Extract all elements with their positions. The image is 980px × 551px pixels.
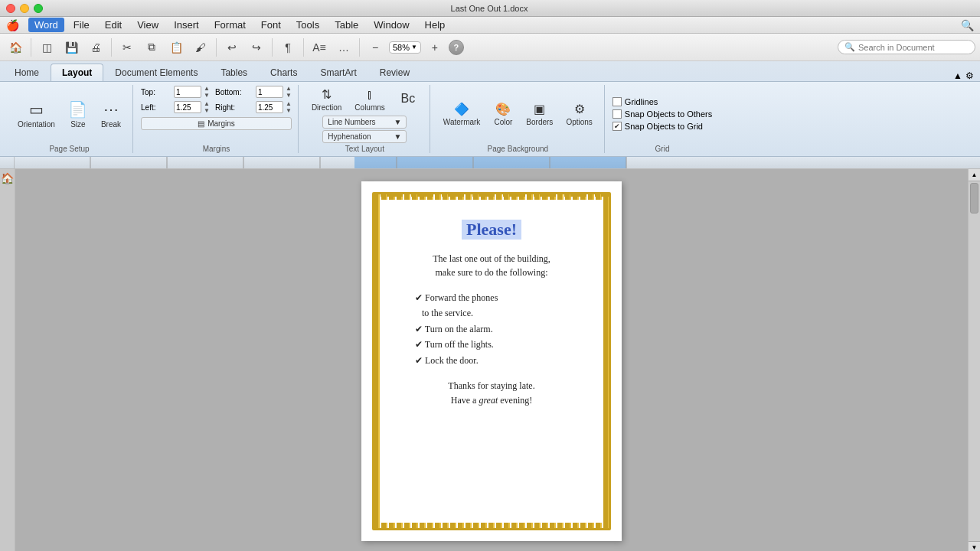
close-button[interactable] xyxy=(6,4,15,13)
grid-checkboxes: Gridlines Snap Objects to Others ✔ Snap … xyxy=(612,97,712,131)
document-area[interactable]: Please! The last one out of the building… xyxy=(15,169,968,551)
search-box[interactable]: 🔍 xyxy=(838,40,975,54)
zoom-control[interactable]: 58% ▼ xyxy=(389,41,421,54)
menu-table[interactable]: Table xyxy=(328,18,364,32)
top-spin-up[interactable]: ▲ xyxy=(204,85,210,92)
top-spin-down[interactable]: ▼ xyxy=(204,92,210,99)
margins-button[interactable]: ▤ Margins xyxy=(141,117,292,130)
watermark-button[interactable]: 🔷 Watermark xyxy=(438,99,486,129)
right-spin[interactable]: ▲ ▼ xyxy=(286,100,292,114)
tab-charts[interactable]: Charts xyxy=(259,64,309,81)
break-button[interactable]: ⋯ Break xyxy=(96,98,126,131)
tab-smartart[interactable]: SmartArt xyxy=(309,64,368,81)
top-input[interactable] xyxy=(174,86,201,98)
scroll-track xyxy=(969,181,980,541)
separator-1 xyxy=(31,38,31,57)
menu-font[interactable]: Font xyxy=(255,18,287,32)
maximize-button[interactable] xyxy=(34,4,43,13)
top-margin-row: Top: ▲ ▼ Bottom: ▲ ▼ xyxy=(141,85,292,99)
top-spin[interactable]: ▲ ▼ xyxy=(204,85,210,99)
toolbar-undo[interactable]: ↩ xyxy=(221,37,243,58)
ribbon-content: ▭ Orientation 📄 Size ⋯ Break Page Setup xyxy=(0,81,980,156)
bc-button[interactable]: Bc xyxy=(393,85,423,114)
bottom-spin-down[interactable]: ▼ xyxy=(286,92,292,99)
line-numbers-label: Line Numbers xyxy=(328,118,375,126)
scroll-thumb[interactable] xyxy=(970,183,978,214)
columns-button[interactable]: ⫿ Columns xyxy=(349,85,390,114)
toolbar-paste[interactable]: 📋 xyxy=(165,37,187,58)
toolbar-zoom-in[interactable]: + xyxy=(424,37,446,58)
ruler-track xyxy=(11,157,642,169)
color-button[interactable]: 🎨 Color xyxy=(488,99,518,129)
right-spin-down[interactable]: ▼ xyxy=(286,107,292,114)
left-spin-down[interactable]: ▼ xyxy=(204,107,210,114)
tab-layout[interactable]: Layout xyxy=(51,64,103,81)
toolbar-sidebar[interactable]: ◫ xyxy=(36,37,57,58)
toolbar-copy[interactable]: ⧉ xyxy=(141,37,162,58)
margins-group-label: Margins xyxy=(203,143,230,153)
menu-format[interactable]: Format xyxy=(208,18,252,32)
menu-window[interactable]: Window xyxy=(368,18,415,32)
ribbon-settings-icon[interactable]: ⚙ xyxy=(965,70,974,81)
menu-view[interactable]: View xyxy=(131,18,165,32)
direction-label: Direction xyxy=(312,103,341,112)
hyphenation-dropdown[interactable]: ▼ xyxy=(394,132,401,141)
size-button[interactable]: 📄 Size xyxy=(63,98,93,131)
zoom-dropdown-icon[interactable]: ▼ xyxy=(411,44,417,51)
toolbar-save[interactable]: 💾 xyxy=(60,37,82,58)
scroll-up-button[interactable]: ▲ xyxy=(969,169,980,181)
search-icon: 🔍 xyxy=(961,19,974,31)
menu-file[interactable]: File xyxy=(67,18,96,32)
left-input[interactable] xyxy=(174,101,201,113)
doc-intro: The last one out of the building, make s… xyxy=(400,252,583,279)
right-spin-up[interactable]: ▲ xyxy=(286,100,292,107)
scroll-down-button[interactable]: ▼ xyxy=(969,541,980,551)
tab-home[interactable]: Home xyxy=(3,64,51,81)
toolbar-format-painter[interactable]: 🖌 xyxy=(190,37,211,58)
toolbar-zoom-out[interactable]: − xyxy=(364,37,386,58)
bottom-spin[interactable]: ▲ ▼ xyxy=(286,85,292,99)
line-numbers-button[interactable]: Line Numbers ▼ xyxy=(322,116,407,129)
left-spin-up[interactable]: ▲ xyxy=(204,100,210,107)
toolbar-paragraph[interactable]: ¶ xyxy=(277,37,299,58)
options-button[interactable]: ⚙ Options xyxy=(560,99,597,129)
toolbar-print[interactable]: 🖨 xyxy=(85,37,106,58)
hyphenation-button[interactable]: Hyphenation ▼ xyxy=(322,130,407,143)
borders-button[interactable]: ▣ Borders xyxy=(521,99,558,129)
toolbar-style[interactable]: A≡ xyxy=(309,37,330,58)
line-numbers-dropdown[interactable]: ▼ xyxy=(394,118,401,126)
snap-grid-checkbox[interactable]: ✔ xyxy=(612,122,622,131)
bottom-input[interactable] xyxy=(256,86,283,98)
tab-review[interactable]: Review xyxy=(368,64,421,81)
page-setup-buttons: ▭ Orientation 📄 Size ⋯ Break xyxy=(12,85,126,143)
toolbar-more[interactable]: … xyxy=(333,37,354,58)
direction-button[interactable]: ⇅ Direction xyxy=(306,85,347,114)
margins-label: Margins xyxy=(207,119,235,128)
bottom-spin-up[interactable]: ▲ xyxy=(286,85,292,92)
orientation-button[interactable]: ▭ Orientation xyxy=(12,98,60,131)
columns-icon: ⫿ xyxy=(367,88,373,102)
menu-word[interactable]: Word xyxy=(28,18,64,32)
snap-others-checkbox[interactable] xyxy=(612,109,622,119)
toolbar-redo[interactable]: ↪ xyxy=(246,37,267,58)
menu-tools[interactable]: Tools xyxy=(290,18,325,32)
margin-inputs: Top: ▲ ▼ Bottom: ▲ ▼ xyxy=(141,85,292,114)
search-input[interactable] xyxy=(858,43,969,52)
minimize-button[interactable] xyxy=(20,4,29,13)
help-button[interactable]: ? xyxy=(449,40,464,55)
toolbar-cut[interactable]: ✂ xyxy=(116,37,138,58)
tab-document-elements[interactable]: Document Elements xyxy=(103,64,209,81)
panel-home-icon[interactable]: 🏠 xyxy=(0,169,17,187)
menu-insert[interactable]: Insert xyxy=(168,18,205,32)
tab-tables[interactable]: Tables xyxy=(209,64,259,81)
apple-menu-icon[interactable]: 🍎 xyxy=(6,19,19,31)
ribbon-collapse-icon[interactable]: ▲ xyxy=(953,70,962,81)
left-spin[interactable]: ▲ ▼ xyxy=(204,100,210,114)
list-item-3: ✔ Turn off the lights. xyxy=(415,337,583,352)
gridlines-checkbox[interactable] xyxy=(612,97,622,106)
separator-4 xyxy=(272,38,273,57)
right-input[interactable] xyxy=(256,101,283,113)
toolbar-new[interactable]: 🏠 xyxy=(5,37,26,58)
menu-edit[interactable]: Edit xyxy=(99,18,128,32)
menu-help[interactable]: Help xyxy=(419,18,452,32)
